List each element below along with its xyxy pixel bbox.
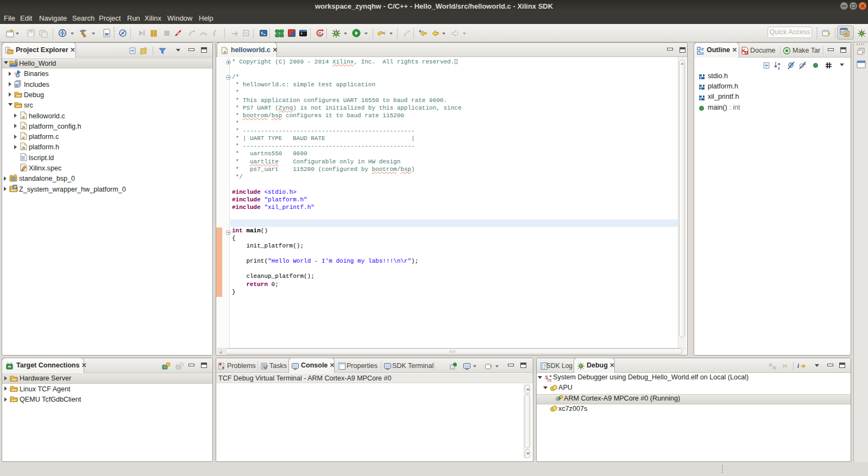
svg-text:C: C — [319, 31, 322, 35]
svg-text:.c: .c — [223, 49, 227, 54]
svg-text:i: i — [797, 363, 800, 369]
svg-text:010: 010 — [105, 34, 109, 36]
svg-text:.h: .h — [21, 125, 25, 130]
svg-text:z: z — [778, 66, 780, 70]
svg-text:C: C — [15, 59, 18, 63]
svg-text:.c: .c — [21, 115, 25, 119]
svg-text:A: A — [745, 51, 747, 54]
svg-text:h: h — [16, 84, 18, 87]
svg-text:C: C — [845, 32, 848, 36]
svg-text:.h: .h — [21, 145, 25, 150]
svg-text:.c: .c — [21, 135, 25, 140]
svg-text:TCF: TCF — [547, 380, 552, 383]
